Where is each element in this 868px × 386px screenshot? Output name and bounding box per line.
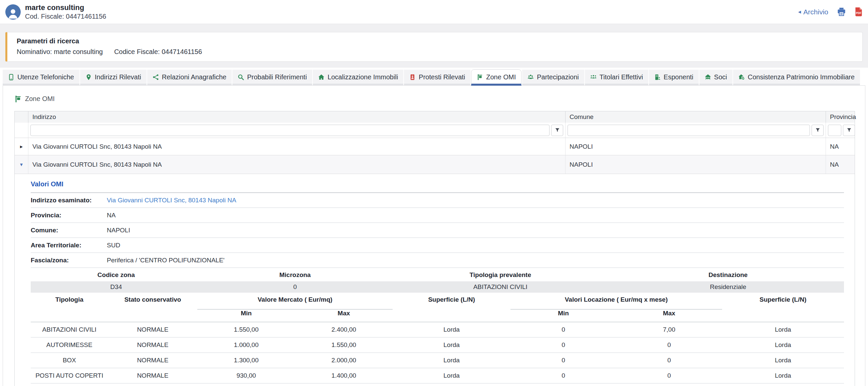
tab-label: Esponenti [664,73,693,81]
tab-label: Indirizzi Rilevati [95,73,141,81]
indirizzo-filter-input[interactable] [30,125,550,136]
tab-indirizzi-rilevati[interactable]: Indirizzi Rilevati [80,70,147,86]
field-value: NA [107,212,116,219]
cell: Lorda [393,322,510,337]
people-icon [590,74,597,80]
indirizzo-filter-button[interactable] [551,125,563,136]
archive-link[interactable]: ◂ Archivio [798,8,828,16]
provincia-filter-button[interactable] [843,125,855,136]
provincia-filter-input[interactable] [828,125,841,136]
field-label: Fascia/zona: [31,257,107,264]
tab-zone-omi[interactable]: Zone OMI [471,69,522,86]
comune-filter-button[interactable] [812,125,824,136]
network-icon [153,74,159,80]
search-param-nominativo: Nominativo: marte consulting [17,48,103,56]
section-title: Zone OMI [25,95,55,103]
cell-provincia: NA [826,155,855,174]
cell: 0 [616,337,722,353]
tab-label: Zone OMI [486,73,516,81]
tab-label: Titolari Effettivi [599,73,643,81]
subcol-min: Min [197,309,295,322]
field-value: SUD [107,242,120,249]
tab-utenze-telefoniche[interactable]: Utenze Telefoniche [3,70,80,86]
zona-header: Tipologia prevalente [389,269,612,281]
search-params-box: Parametri di ricerca Nominativo: marte c… [5,32,863,62]
mobile-icon [8,74,14,80]
cell: Lorda [722,353,844,368]
cell: NORMALE [108,337,197,353]
detail-field-row: Fascia/zona: Periferica / 'CENTRO POLIFU… [31,253,844,268]
tab-relazioni-anagrafiche[interactable]: Relazioni Anagrafiche [147,70,232,86]
cell: 1.000,00 [197,337,295,353]
map-pin-icon [86,74,92,80]
tab-label: Probabili Riferimenti [247,73,307,81]
zona-cell: 0 [202,281,389,293]
search-params-band: Parametri di ricerca Nominativo: marte c… [0,24,868,68]
export-pdf-button[interactable]: PDF [855,7,863,17]
zona-header: Destinazione [612,269,844,281]
zona-cell: D34 [31,281,202,293]
tab-label: Soci [714,73,727,81]
zona-summary-table: Codice zona Microzona Tipologia prevalen… [31,269,844,293]
home-icon [318,74,324,80]
cell: 930,00 [197,368,295,383]
cell: 0 [510,337,616,353]
collapse-row-button[interactable]: ▾ [20,162,23,167]
print-button[interactable] [837,7,846,16]
zona-cell: ABITAZIONI CIVILI [389,281,612,293]
cell: Lorda [393,353,510,368]
zona-header: Codice zona [31,269,202,281]
cell: NORMALE [108,368,197,383]
search-param-codice-fiscale: Codice Fiscale: 04471461156 [114,48,202,56]
svg-text:PDF: PDF [856,12,861,15]
cell: 2.400,00 [295,322,393,337]
col-superficie-1: Superficie (L/N) [393,295,510,322]
comune-filter-input[interactable] [567,125,810,136]
field-label: Comune: [31,227,107,234]
tab-label: Partecipazioni [537,73,579,81]
tab-probabili-riferimenti[interactable]: Probabili Riferimenti [232,70,312,86]
funnel-icon [815,128,820,132]
zone-omi-table: Indirizzo Comune Provincia ▸ Via Giovann… [14,111,855,386]
tab-consistenza-patrimonio-immobiliare[interactable]: Consistenza Patrimonio Immobiliare [733,70,860,86]
house-users-icon [705,74,711,80]
tab-titolari-effettivi[interactable]: Titolari Effettivi [585,70,648,86]
cell: AUTORIMESSE [31,337,108,353]
cell: 1.550,00 [197,322,295,337]
tab-soci[interactable]: Soci [700,70,733,86]
cell: NORMALE [108,353,197,368]
field-label: Provincia: [31,212,107,219]
caret-left-icon: ◂ [798,8,801,15]
person-icon [6,6,20,20]
tab-localizzazione-immobili[interactable]: Localizzazione Immobili [313,70,403,86]
expand-row-button[interactable]: ▸ [20,144,23,149]
cell: POSTI AUTO COPERTI [31,368,108,383]
table-row[interactable]: ▾ Via Giovanni CURTOLI Snc, 80143 Napoli… [15,155,855,174]
zone-omi-panel: Zone OMI Indirizzo Comune Provincia [3,85,865,386]
cell: Lorda [722,368,844,383]
cell: 0 [510,322,616,337]
tab-protesti-rilevati[interactable]: Protesti Rilevati [404,70,470,86]
indirizzo-esaminato-link[interactable]: Via Giovanni CURTOLI Snc, 80143 Napoli N… [107,197,236,204]
cell-comune: NAPOLI [565,138,826,155]
search-params-title: Parametri di ricerca [17,37,853,45]
subcol-max: Max [616,309,722,322]
valori-table: Tipologia Stato conservativo Valore Merc… [31,295,844,384]
field-label: Area Territoriale: [31,242,107,249]
tab-partecipazioni[interactable]: Partecipazioni [522,70,584,86]
column-header-comune: Comune [565,111,826,123]
tab-esponenti[interactable]: Esponenti [649,70,699,86]
detail-field-row: Comune: NAPOLI [31,223,844,238]
fiscal-code: Cod. Fiscale: 04471461156 [25,13,106,20]
cell: Lorda [722,322,844,337]
tab-label: Consistenza Patrimonio Immobiliare [748,73,855,81]
cell: 0 [510,353,616,368]
table-row[interactable]: ▸ Via Giovanni CURTOLI Snc, 80143 Napoli… [15,138,855,155]
group-valore-mercato: Valore Mercato ( Eur/mq) [197,295,393,309]
users-icon [527,74,534,80]
cell: Lorda [393,368,510,383]
detail-field-row: Indirizzo esaminato: Via Giovanni CURTOL… [31,193,844,208]
map-sign-icon [14,95,22,103]
cell: 0 [616,353,722,368]
printer-icon [837,7,846,16]
